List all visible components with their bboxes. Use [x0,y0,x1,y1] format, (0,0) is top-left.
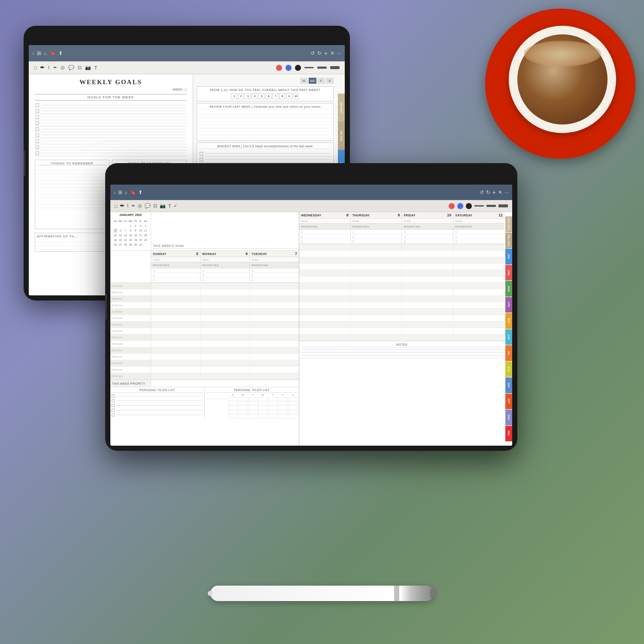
front-lasso-icon[interactable]: ◎ [138,203,142,209]
rating-1[interactable]: 1 [231,93,237,99]
coffee-foam [524,41,601,67]
front-line-thin[interactable] [474,205,484,207]
left-slot-d2-t7 [250,328,299,334]
close-icon[interactable]: ✕ [330,50,334,56]
pencil-tool-icon[interactable]: ✏ [40,65,44,70]
front-search-icon[interactable]: ⌕ [125,189,128,195]
front-tab-apr[interactable]: APR [505,297,512,313]
front-type-icon[interactable]: T [168,204,171,209]
blue-color[interactable] [286,65,292,71]
front-selection-icon[interactable]: □ [115,204,118,209]
camera-icon[interactable]: 📷 [85,65,91,70]
redo-icon[interactable]: ↻ [317,50,322,56]
front-undo-icon[interactable]: ↺ [480,189,484,195]
tuesday-goal-row: GOAL [250,257,299,262]
more-icon[interactable]: ··· [337,50,341,56]
saturday-p3: 3. [453,239,504,244]
front-pen-icon[interactable]: ✒ [131,203,135,209]
front-tab-nov2019[interactable]: NOV 2019 [505,216,512,232]
lasso-icon[interactable]: ◎ [61,65,65,70]
day-btn-we[interactable]: WE [309,78,316,84]
rating-7[interactable]: 7 [272,93,278,99]
saturday-p2: 2. [453,234,504,239]
front-tab-dec[interactable]: DEC [505,426,512,442]
rating-10[interactable]: 10 [293,93,299,99]
front-tab-oct[interactable]: OCT [505,394,512,410]
front-line-medium[interactable] [486,205,496,207]
tab-nov2019[interactable]: NOV 2019 [338,94,345,122]
front-camera-icon[interactable]: 📷 [160,203,166,209]
front-bubble-icon[interactable]: 💬 [145,203,151,209]
image-icon[interactable]: ⊡ [78,65,82,70]
front-tab-aug[interactable]: AUG [505,361,512,377]
type-icon[interactable]: T [94,65,97,70]
friday-name: FRIDAY [404,214,415,217]
rating-2[interactable]: 2 [238,93,244,99]
front-tab-sep[interactable]: SEP [505,377,512,393]
red-color[interactable] [276,65,282,71]
front-share-icon[interactable]: ⬆ [138,189,143,195]
front-more-icon[interactable]: ··· [504,189,509,195]
front-tab-may[interactable]: MAY [505,313,512,329]
selection-icon[interactable]: □ [34,65,37,70]
front-tab-jan[interactable]: JAN [505,249,512,264]
tab-dec2019[interactable]: DEC 2019 [338,122,345,149]
rating-9[interactable]: 9 [286,93,292,99]
share-icon[interactable]: ⬆ [58,50,63,56]
day-btn-plus[interactable]: + [326,78,334,84]
right-slot-d1-t5 [351,276,402,283]
pen-icon[interactable]: ✒ [53,65,57,70]
rating-4[interactable]: 4 [252,93,258,99]
front-tab-jun[interactable]: JUN [505,329,512,345]
line-thin[interactable] [304,67,314,68]
front-tab-jul[interactable]: JUL [505,345,512,361]
day-btn-m[interactable]: M [300,78,308,84]
eraser-icon[interactable]: ⌇ [48,65,50,70]
front-ipad: ‹ ⊞ ⌕ 🔖 ⬆ ↺ ↻ + ✕ ··· □ ✏ ⌇ ✒ ◎ 💬 ⊡ 📷 T … [105,163,517,451]
back-btn[interactable]: ‹ [32,50,34,57]
rating-6[interactable]: 6 [265,93,271,99]
front-pencil-icon[interactable]: ✏ [120,203,124,209]
search-icon[interactable]: ⌕ [44,50,47,56]
goal-line-8 [35,144,187,150]
front-eraser-icon[interactable]: ⌇ [127,203,129,209]
cal-fr: Fr [139,219,143,223]
bookmark-icon[interactable]: 🔖 [49,50,56,56]
front-bookmark-icon[interactable]: 🔖 [130,189,136,195]
rating-8[interactable]: 8 [279,93,285,99]
left-slot-d0-t8 [151,334,200,340]
front-redo-icon[interactable]: ↻ [486,189,490,195]
front-black-color[interactable] [466,203,472,209]
front-tab-mar[interactable]: MAR [505,281,512,297]
add-icon[interactable]: + [324,50,328,57]
front-line-thick[interactable] [498,204,508,207]
front-pen2-icon[interactable]: ✓ [173,203,177,209]
front-image-icon[interactable]: ⊡ [153,203,157,209]
sunday-col: SUNDAY 5 GOAL PRIORITIES 1. 2. 3. [151,251,200,283]
tuesday-priorities-label: PRIORITIES [252,264,268,267]
front-tab-nov[interactable]: NOV [505,410,512,425]
front-blue-color[interactable] [457,203,463,209]
front-red-color[interactable] [449,203,455,209]
rating-5[interactable]: 5 [258,93,264,99]
left-time-label-3: 10:00 am [110,302,151,308]
grid-icon[interactable]: ⊞ [37,50,41,56]
line-thick[interactable] [330,66,340,69]
front-tab-feb[interactable]: FEB [505,265,512,281]
black-color[interactable] [295,65,301,71]
front-close-icon[interactable]: ✕ [498,189,502,195]
right-slot-d0-t12 [299,322,351,328]
right-slot-d2-t1 [402,251,453,257]
front-add-icon[interactable]: + [492,189,496,196]
rating-3[interactable]: 3 [245,93,251,99]
undo-icon[interactable]: ↺ [310,50,315,56]
front-tab-dec2019[interactable]: DEC 2019 [505,233,512,249]
monday-goal-label: GOAL [202,258,210,261]
line-medium[interactable] [317,67,327,69]
day-btn-f[interactable]: F [317,78,325,84]
text-bubble-icon[interactable]: 💬 [68,65,74,70]
right-slot-d2-t13 [402,328,453,334]
left-slot-d2-t2 [250,296,299,302]
front-back-btn[interactable]: ‹ [114,189,116,196]
front-grid-icon[interactable]: ⊞ [118,189,122,195]
